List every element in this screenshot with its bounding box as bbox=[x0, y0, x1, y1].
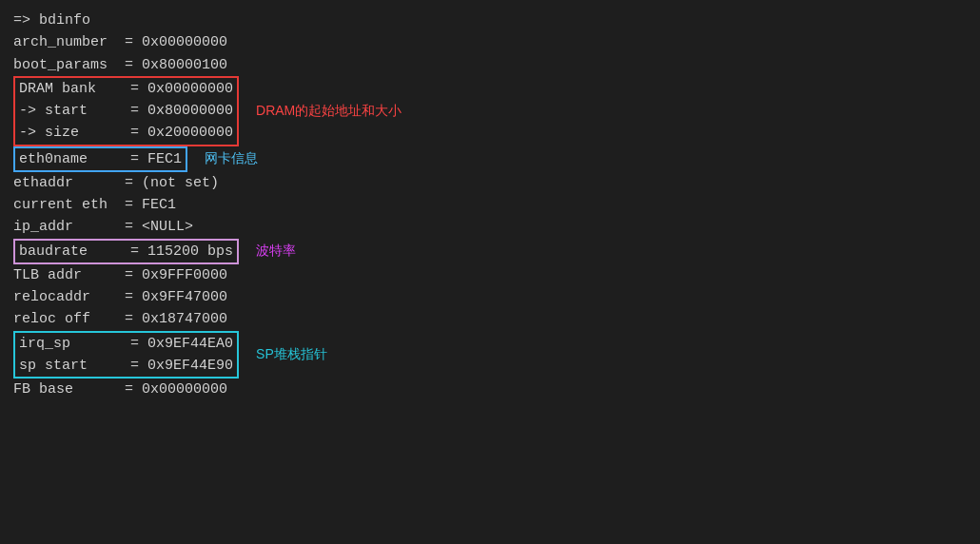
irq-annotation: SP堆栈指针 bbox=[256, 344, 327, 365]
baudrate-border-box: baudrate = 115200 bps bbox=[13, 239, 239, 264]
tlb-addr-text: TLB addr = 0x9FFF0000 bbox=[13, 264, 227, 286]
eth0-annotation: 网卡信息 bbox=[205, 148, 258, 169]
ethaddr-text: ethaddr = (not set) bbox=[13, 172, 219, 194]
fb-base-text: FB base = 0x00000000 bbox=[13, 379, 227, 400]
eth0-group: eth0name = FEC1 网卡信息 bbox=[13, 146, 967, 172]
reloc-off-text: reloc off = 0x18747000 bbox=[13, 308, 227, 330]
baudrate-line: baudrate = 115200 bps bbox=[19, 241, 233, 262]
arch-number-line: arch_number = 0x00000000 bbox=[13, 31, 967, 53]
dram-bank-text: DRAM bank = 0x00000000 bbox=[19, 78, 233, 100]
arch-number-text: arch_number = 0x00000000 bbox=[13, 31, 227, 53]
prompt-text: => bdinfo bbox=[13, 10, 90, 31]
dram-start-line: -> start = 0x80000000 bbox=[19, 100, 233, 122]
baudrate-text: baudrate = 115200 bps bbox=[19, 241, 233, 262]
boot-params-line: boot_params = 0x80000100 bbox=[13, 54, 967, 76]
dram-size-line: -> size = 0x20000000 bbox=[19, 122, 233, 144]
dram-group: DRAM bank = 0x00000000 -> start = 0x8000… bbox=[13, 76, 967, 146]
current-eth-line: current eth = FEC1 bbox=[13, 194, 967, 216]
dram-start-text: -> start = 0x80000000 bbox=[19, 100, 233, 122]
tlb-addr-line: TLB addr = 0x9FFF0000 bbox=[13, 264, 967, 286]
ip-addr-text: ip_addr = <NULL> bbox=[13, 216, 193, 238]
prompt-line: => bdinfo bbox=[13, 10, 967, 31]
relocaddr-text: relocaddr = 0x9FF47000 bbox=[13, 286, 227, 308]
fb-base-line: FB base = 0x00000000 bbox=[13, 379, 967, 400]
dram-size-text: -> size = 0x20000000 bbox=[19, 122, 233, 144]
irq-group: irq_sp = 0x9EF44EA0 sp start = 0x9EF44E9… bbox=[13, 331, 967, 379]
dram-bank-line: DRAM bank = 0x00000000 bbox=[19, 78, 233, 100]
eth0-border-box: eth0name = FEC1 bbox=[13, 146, 187, 172]
boot-params-text: boot_params = 0x80000100 bbox=[13, 54, 227, 76]
sp-start-text: sp start = 0x9EF44E90 bbox=[19, 355, 233, 377]
ethaddr-line: ethaddr = (not set) bbox=[13, 172, 967, 194]
eth0name-text: eth0name = FEC1 bbox=[19, 148, 182, 170]
dram-annotation: DRAM的起始地址和大小 bbox=[256, 101, 402, 122]
ip-addr-line: ip_addr = <NULL> bbox=[13, 216, 967, 238]
eth0name-line: eth0name = FEC1 bbox=[19, 148, 182, 170]
reloc-off-line: reloc off = 0x18747000 bbox=[13, 308, 967, 330]
irq-border-box: irq_sp = 0x9EF44EA0 sp start = 0x9EF44E9… bbox=[13, 331, 239, 379]
relocaddr-line: relocaddr = 0x9FF47000 bbox=[13, 286, 967, 308]
baudrate-group: baudrate = 115200 bps 波特率 bbox=[13, 239, 967, 264]
current-eth-text: current eth = FEC1 bbox=[13, 194, 176, 216]
sp-start-line: sp start = 0x9EF44E90 bbox=[19, 355, 233, 377]
irq-sp-text: irq_sp = 0x9EF44EA0 bbox=[19, 333, 233, 355]
baudrate-annotation: 波特率 bbox=[256, 241, 296, 262]
dram-border-box: DRAM bank = 0x00000000 -> start = 0x8000… bbox=[13, 76, 239, 146]
terminal-output: => bdinfo arch_number = 0x00000000 boot_… bbox=[13, 10, 967, 400]
irq-sp-line: irq_sp = 0x9EF44EA0 bbox=[19, 333, 233, 355]
